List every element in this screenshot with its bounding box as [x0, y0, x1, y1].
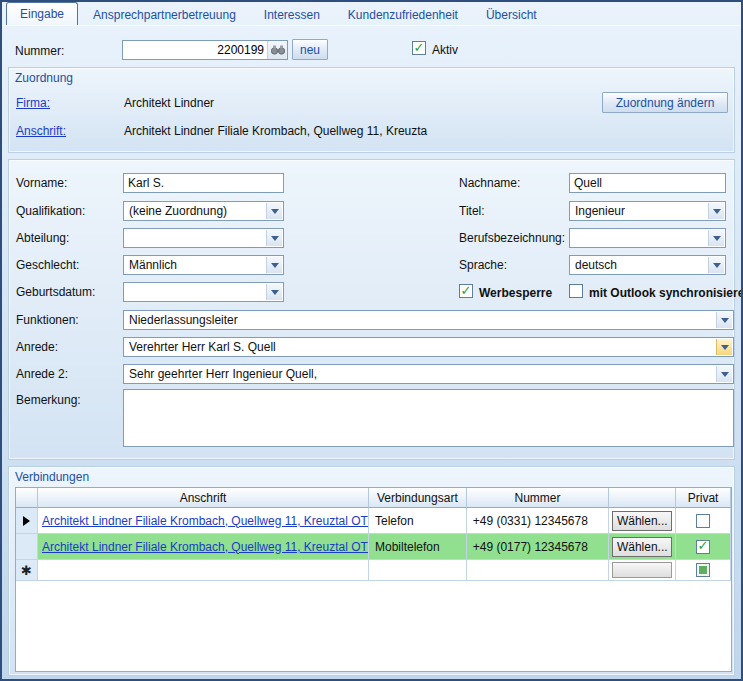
anrede-label: Anrede: [16, 340, 58, 354]
geburtsdatum-label: Geburtsdatum: [16, 285, 95, 299]
zuordnung-aendern-button[interactable]: Zuordnung ändern [602, 92, 728, 113]
bemerkung-textarea[interactable] [123, 389, 734, 447]
qualifikation-dropdown[interactable]: (keine Zuordnung) [123, 201, 284, 221]
table-row: Architekt Lindner Filiale Krombach, Quel… [16, 508, 731, 534]
anschrift-value: Architekt Lindner Filiale Krombach, Quel… [124, 124, 427, 138]
tab-interessen[interactable]: Interessen [251, 4, 333, 25]
waehlen-button[interactable]: Wählen... [612, 537, 672, 557]
berufsbezeichnung-label: Berufsbezeichnung: [459, 231, 565, 245]
chevron-down-icon[interactable] [708, 257, 724, 273]
sprache-dropdown[interactable]: deutsch [569, 255, 726, 275]
anrede2-label: Anrede 2: [16, 367, 68, 381]
vorname-label: Vorname: [16, 176, 67, 190]
bemerkung-label: Bemerkung: [16, 393, 81, 407]
titel-dropdown[interactable]: Ingenieur [569, 201, 726, 221]
waehlen-button-empty[interactable] [612, 562, 672, 578]
row-selector-current[interactable] [16, 508, 38, 534]
outlook-sync-label: mit Outlook synchronisieren [589, 286, 743, 300]
outlook-sync-checkbox[interactable] [569, 284, 583, 298]
verbindungen-panel: Verbindungen Anschrift Verbindungsart Nu… [8, 466, 735, 676]
nachname-label: Nachname: [459, 176, 520, 190]
tab-kundenzufriedenheit[interactable]: Kundenzufriedenheit [335, 4, 471, 25]
chevron-down-icon[interactable] [708, 230, 724, 246]
nummer-input[interactable] [123, 41, 267, 59]
geschlecht-label: Geschlecht: [16, 258, 79, 272]
chevron-down-icon[interactable] [266, 203, 282, 219]
chevron-down-icon[interactable] [708, 203, 724, 219]
grid-header-row: Anschrift Verbindungsart Nummer Privat [16, 488, 731, 508]
chevron-down-icon[interactable] [266, 257, 282, 273]
col-header-waehlen [609, 488, 676, 508]
verbindungen-title: Verbindungen [15, 470, 89, 484]
chevron-down-icon[interactable] [266, 230, 282, 246]
col-header-anschrift[interactable]: Anschrift [38, 488, 369, 508]
verbindungen-grid: Anschrift Verbindungsart Nummer Privat A… [15, 487, 732, 672]
nummer-label: Nummer: [15, 44, 64, 58]
chevron-down-icon[interactable] [716, 339, 732, 355]
contact-detail-window: Eingabe Ansprechpartnerbetreuung Interes… [0, 0, 743, 681]
binoculars-glyph [271, 45, 285, 55]
aktiv-label: Aktiv [432, 43, 458, 57]
tab-bar: Eingabe Ansprechpartnerbetreuung Interes… [2, 2, 741, 26]
privat-checkbox[interactable] [696, 540, 710, 554]
row-selector[interactable] [16, 534, 38, 560]
firma-link[interactable]: Firma: [16, 96, 50, 110]
aktiv-checkbox[interactable] [412, 41, 426, 55]
nummer-cell[interactable]: +49 (0331) 12345678 [467, 508, 610, 534]
nachname-input[interactable] [569, 173, 726, 193]
anschrift-cell-empty[interactable] [38, 560, 369, 581]
nummer-field-group [122, 40, 288, 60]
titel-label: Titel: [459, 204, 485, 218]
nummer-cell[interactable]: +49 (0177) 12345678 [467, 534, 610, 560]
berufsbezeichnung-dropdown[interactable] [569, 228, 726, 248]
anrede-dropdown[interactable]: Verehrter Herr Karl S. Quell [123, 337, 734, 357]
geschlecht-dropdown[interactable]: Männlich [123, 255, 284, 275]
table-row: Architekt Lindner Filiale Krombach, Quel… [16, 534, 731, 560]
tab-eingabe[interactable]: Eingabe [6, 2, 78, 25]
werbesperre-label: Werbesperre [479, 286, 552, 300]
zuordnung-title: Zuordnung [15, 71, 73, 85]
tab-uebersicht[interactable]: Übersicht [473, 4, 550, 25]
chevron-down-icon[interactable] [716, 312, 732, 328]
person-form-panel: Vorname: Qualifikation: (keine Zuordnung… [8, 159, 735, 460]
binoculars-icon[interactable] [267, 41, 287, 59]
abteilung-label: Abteilung: [16, 231, 69, 245]
anschrift-link[interactable]: Anschrift: [16, 124, 66, 138]
new-row-marker: ✱ [16, 560, 38, 581]
col-header-selector [16, 488, 38, 508]
nummer-cell-empty[interactable] [467, 560, 610, 581]
abteilung-dropdown[interactable] [123, 228, 284, 248]
neu-button[interactable]: neu [292, 39, 328, 60]
verbindungsart-cell-empty[interactable] [369, 560, 467, 581]
vorname-input[interactable] [123, 173, 284, 193]
privat-checkbox[interactable] [696, 514, 710, 528]
zuordnung-panel: Zuordnung Firma: Architekt Lindner Zuord… [8, 67, 735, 153]
werbesperre-checkbox[interactable] [459, 284, 473, 298]
chevron-down-icon[interactable] [266, 284, 282, 300]
anschrift-cell-link[interactable]: Architekt Lindner Filiale Krombach, Quel… [38, 514, 368, 528]
anschrift-cell-link[interactable]: Architekt Lindner Filiale Krombach, Quel… [38, 540, 368, 554]
funktionen-dropdown[interactable]: Niederlassungsleiter [123, 310, 734, 330]
funktionen-label: Funktionen: [16, 313, 79, 327]
firma-value: Architekt Lindner [124, 96, 214, 110]
current-row-arrow-icon [23, 516, 30, 526]
sprache-label: Sprache: [459, 258, 507, 272]
qualifikation-label: Qualifikation: [16, 204, 85, 218]
waehlen-button[interactable]: Wählen... [612, 511, 672, 531]
col-header-privat[interactable]: Privat [676, 488, 731, 508]
chevron-down-icon[interactable] [716, 366, 732, 382]
col-header-verbindungsart[interactable]: Verbindungsart [369, 488, 467, 508]
table-new-row: ✱ [16, 560, 731, 581]
privat-checkbox-new[interactable] [696, 563, 710, 577]
verbindungsart-cell[interactable]: Mobiltelefon [369, 534, 467, 560]
col-header-nummer[interactable]: Nummer [467, 488, 610, 508]
geburtsdatum-dropdown[interactable] [123, 282, 284, 302]
anrede2-dropdown[interactable]: Sehr geehrter Herr Ingenieur Quell, [123, 364, 734, 384]
verbindungsart-cell[interactable]: Telefon [369, 508, 467, 534]
tab-ansprechpartnerbetreuung[interactable]: Ansprechpartnerbetreuung [80, 4, 249, 25]
